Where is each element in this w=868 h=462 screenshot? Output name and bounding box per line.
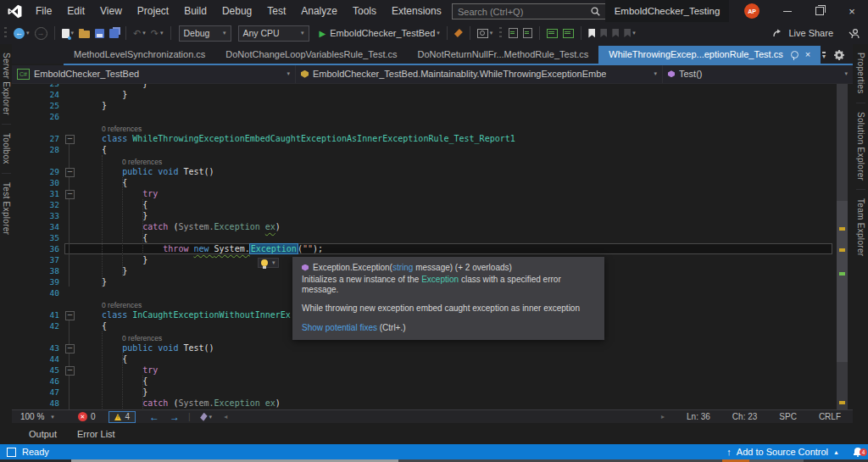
side-tab-team-explorer[interactable]: Team Explorer: [856, 189, 865, 264]
menu-extensions[interactable]: Extensions: [384, 0, 449, 22]
code-line-26[interactable]: 26: [12, 111, 853, 122]
side-tab-properties[interactable]: Properties: [856, 44, 865, 103]
menu-analyze[interactable]: Analyze: [293, 0, 345, 22]
open-file-button[interactable]: [79, 29, 90, 38]
warnings-button[interactable]: 4: [108, 411, 136, 423]
next-bookmark-button[interactable]: [612, 29, 619, 37]
code-line-30[interactable]: 30 {: [12, 177, 853, 188]
code-line-29[interactable]: 29– public void Test(): [12, 166, 853, 177]
close-button[interactable]: ×: [836, 0, 868, 22]
code-editor[interactable]: 23 }24 }25 }260 references27– class Whil…: [12, 84, 853, 410]
panel-tab-output[interactable]: Output: [29, 429, 57, 439]
uncomment-button[interactable]: [563, 29, 574, 38]
side-tab-toolbox[interactable]: Toolbox: [2, 124, 11, 173]
menu-test[interactable]: Test: [259, 0, 293, 22]
start-debugging-button[interactable]: ▶ EmboldChecker_TestBed ▾: [320, 28, 440, 38]
code-line-28[interactable]: 28 {: [12, 144, 853, 155]
code-line-35[interactable]: 35 {: [12, 232, 853, 243]
scrollbar-thumb[interactable]: [837, 201, 848, 362]
menu-project[interactable]: Project: [130, 0, 176, 22]
side-tab-server-explorer[interactable]: Server Explorer: [2, 44, 11, 124]
code-line-25[interactable]: 25 }: [12, 100, 853, 111]
codelens-row[interactable]: 0 references: [12, 122, 853, 133]
minimize-button[interactable]: [771, 0, 804, 22]
prev-bookmark-button[interactable]: [600, 29, 607, 37]
side-tab-solution-explorer[interactable]: Solution Explorer: [856, 103, 865, 189]
vertical-scrollbar[interactable]: [837, 84, 848, 410]
close-icon[interactable]: ×: [805, 50, 810, 59]
menu-debug[interactable]: Debug: [214, 0, 259, 22]
prev-issue-button[interactable]: ←: [149, 411, 159, 423]
menu-build[interactable]: Build: [176, 0, 214, 22]
fold-collapse-icon[interactable]: –: [65, 366, 75, 376]
code-line-32[interactable]: 32 {: [12, 199, 853, 210]
menu-tools[interactable]: Tools: [345, 0, 384, 22]
side-tab-test-explorer[interactable]: Test Explorer: [2, 173, 11, 243]
hscroll-right-arrow[interactable]: ▸: [661, 413, 665, 420]
type-dropdown[interactable]: EmboldChecker_TestBed.Maintainablity.Whi…: [296, 65, 663, 83]
navigate-forward-button[interactable]: →: [35, 27, 47, 40]
navigate-backward-doc-button[interactable]: [509, 28, 518, 38]
hscroll-left-arrow[interactable]: ◂: [224, 413, 227, 420]
code-line-43[interactable]: 43– public void Test(): [12, 342, 853, 353]
toggle-bookmark-button[interactable]: [588, 29, 595, 38]
attach-to-process-button[interactable]: [454, 29, 463, 37]
save-button[interactable]: [95, 29, 104, 38]
toolbar-grip[interactable]: [499, 27, 502, 40]
member-dropdown[interactable]: Test() ▾: [663, 65, 853, 83]
active-files-dropdown-icon[interactable]: ▾: [822, 52, 826, 58]
fold-collapse-icon[interactable]: –: [65, 168, 75, 177]
clear-bookmarks-button[interactable]: ▾: [624, 29, 636, 37]
tab-methodlevelsynchronization-cs[interactable]: MethodLevelSynchronization.cs: [64, 46, 215, 64]
panel-tab-error-list[interactable]: Error List: [77, 429, 115, 439]
code-line-31[interactable]: 31– try: [12, 188, 853, 199]
tab-donotreturnnullfr-methodrule-test-cs[interactable]: DoNotReturnNullFr...MethodRule_Test.cs: [408, 46, 599, 64]
zoom-dropdown[interactable]: 100 %▾: [20, 412, 54, 421]
code-line-48[interactable]: 48 catch (System.Exception ex): [12, 398, 853, 409]
platform-dropdown[interactable]: Any CPU▾: [238, 25, 309, 42]
fold-collapse-icon[interactable]: –: [65, 135, 75, 144]
restore-button[interactable]: [804, 0, 836, 22]
fold-collapse-icon[interactable]: –: [65, 311, 75, 320]
toolbar-grip[interactable]: [4, 27, 7, 40]
code-line-36[interactable]: 36 throw new System.Exception("");: [12, 243, 853, 254]
code-line-45[interactable]: 45– try: [12, 365, 853, 376]
fold-collapse-icon[interactable]: –: [65, 190, 75, 199]
code-cleanup-button[interactable]: ▾: [199, 413, 213, 421]
code-line-27[interactable]: 27– class WhileThrowingExceptionEmbedCau…: [12, 133, 853, 144]
code-line-34[interactable]: 34 catch (System.Exception ex): [12, 221, 853, 232]
tab-whilethrowingexcep-eptionrule-test-cs[interactable]: WhileThrowingExcep...eptionRule_Test.cs×: [598, 46, 821, 64]
save-all-button[interactable]: [109, 29, 119, 38]
search-input[interactable]: Search (Ctrl+Q): [452, 3, 606, 19]
add-to-source-control-button[interactable]: Add to Source Control: [737, 447, 828, 457]
background-tasks-icon[interactable]: [7, 448, 16, 457]
code-line-33[interactable]: 33 }: [12, 210, 853, 221]
account-avatar[interactable]: AP: [744, 3, 760, 19]
snapshot-button[interactable]: ▾: [477, 29, 493, 38]
navigate-back-button[interactable]: ←▾: [14, 28, 30, 39]
undo-button[interactable]: ↶▾: [133, 28, 146, 39]
pin-icon[interactable]: [791, 51, 798, 58]
live-share-button[interactable]: Live Share: [788, 28, 833, 38]
redo-button[interactable]: ↷▾: [151, 28, 164, 39]
configuration-dropdown[interactable]: Debug▾: [179, 25, 231, 42]
quick-actions-lightbulb[interactable]: ▾: [258, 258, 279, 268]
codelens-row[interactable]: 0 references: [12, 155, 853, 166]
gear-icon[interactable]: [834, 50, 844, 60]
menu-file[interactable]: File: [28, 0, 59, 22]
navigate-forward-doc-button[interactable]: [523, 28, 532, 38]
project-dropdown[interactable]: C# EmboldChecker_TestBed ▾: [12, 65, 296, 83]
menu-edit[interactable]: Edit: [59, 0, 92, 22]
show-potential-fixes-link[interactable]: Show potential fixes: [302, 323, 377, 332]
errors-button[interactable]: ✕0: [78, 412, 96, 421]
new-file-button[interactable]: ▾: [62, 29, 75, 38]
code-line-46[interactable]: 46 {: [12, 376, 853, 387]
comment-button[interactable]: [547, 29, 558, 38]
fold-collapse-icon[interactable]: –: [65, 344, 75, 353]
tab-donotchangeloopvariablesrule-test-cs[interactable]: DoNotChangeLoopVariablesRule_Test.cs: [215, 46, 407, 64]
menu-view[interactable]: View: [92, 0, 130, 22]
code-line-44[interactable]: 44 {: [12, 353, 853, 365]
notifications-bell[interactable]: 4: [853, 447, 863, 457]
code-line-24[interactable]: 24 }: [12, 89, 853, 100]
code-line-47[interactable]: 47 }: [12, 387, 853, 398]
